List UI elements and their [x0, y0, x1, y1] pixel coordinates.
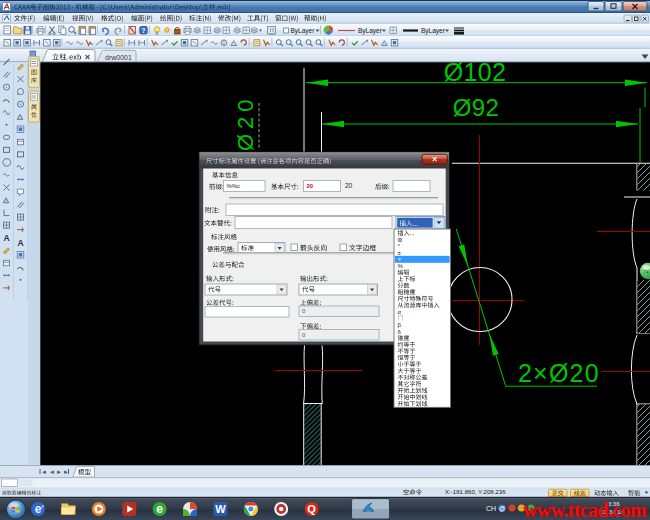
svg-text:2×Ø20: 2×Ø20	[518, 359, 600, 387]
svg-text:e: e	[35, 502, 42, 516]
svg-text:α: α	[398, 309, 402, 315]
svg-text:ByLayer: ByLayer	[421, 27, 446, 35]
svg-text:@: @	[499, 505, 506, 512]
svg-text:%: %	[398, 263, 404, 269]
svg-text:CH: CH	[486, 505, 496, 512]
svg-text:ByLayer: ByLayer	[291, 27, 316, 35]
svg-text:drw0001: drw0001	[105, 54, 132, 61]
svg-text:Ø102: Ø102	[444, 58, 506, 86]
svg-text:A: A	[17, 238, 23, 248]
svg-text:Ø92: Ø92	[453, 94, 499, 121]
svg-text:20: 20	[345, 182, 353, 189]
svg-text:A: A	[3, 233, 9, 243]
svg-text:X:-181.860, Y:208.236: X:-181.860, Y:208.236	[445, 488, 506, 495]
svg-text:74: 74	[643, 269, 649, 275]
svg-text:◄: ◄	[41, 469, 47, 475]
svg-text:e: e	[156, 502, 163, 516]
svg-text:ByLayer: ByLayer	[358, 27, 383, 35]
svg-text:%%c: %%c	[227, 183, 240, 189]
svg-text:β: β	[398, 322, 402, 328]
svg-text:Ø20: Ø20	[233, 94, 258, 151]
svg-text:×: ×	[398, 256, 402, 262]
svg-text:Φ: Φ	[398, 237, 403, 243]
svg-text:www.ttcad.com: www.ttcad.com	[523, 499, 647, 520]
svg-text:20: 20	[307, 183, 314, 189]
svg-text:◄: ◄	[49, 469, 55, 475]
svg-text:Q: Q	[307, 503, 316, 515]
svg-text:►: ►	[56, 469, 62, 475]
svg-text:W: W	[215, 503, 226, 515]
svg-text:?: ?	[141, 27, 145, 34]
